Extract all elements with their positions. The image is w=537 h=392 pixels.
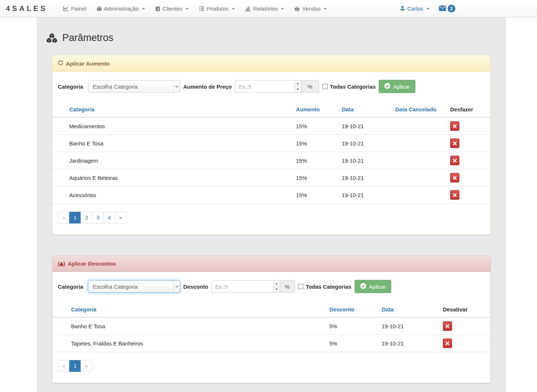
- navbar-right: Carlos 2: [400, 0, 455, 17]
- cell-aumento: 15%: [296, 186, 342, 204]
- nav-item-relatorios[interactable]: Relatórios: [240, 0, 289, 17]
- pagination-page-4[interactable]: 4: [104, 212, 115, 223]
- chevron-down-icon: [173, 81, 180, 92]
- x-icon: [453, 141, 457, 145]
- col-header-desativar: Desativar: [443, 301, 490, 317]
- chevron-down-icon: [173, 281, 180, 292]
- pagination-page-1[interactable]: 1: [70, 360, 81, 372]
- aumento-panel-heading: Aplicar Aumento: [52, 55, 490, 72]
- envelope-icon: [439, 5, 446, 12]
- check-circle-icon: [360, 283, 366, 290]
- pagination-prev[interactable]: «: [58, 212, 70, 223]
- col-header-categoria[interactable]: Categoria: [52, 101, 296, 117]
- basket-icon: [294, 6, 300, 11]
- desfazer-button[interactable]: [450, 156, 459, 165]
- col-header-data[interactable]: Data: [342, 101, 395, 117]
- desfazer-button[interactable]: [450, 190, 459, 200]
- todas-categorias-label[interactable]: Todas Categorias: [306, 284, 352, 290]
- aumento-table: Categoria Aumento Data Data Cancelado De…: [52, 101, 490, 204]
- cell-data-cancelado: [395, 152, 450, 169]
- categoria-label: Categoria: [58, 284, 83, 290]
- pagination-page-2[interactable]: 2: [81, 212, 92, 223]
- chart-line-icon: [63, 6, 69, 11]
- nav-label: Relatórios: [253, 5, 278, 12]
- cell-desconto: 5%: [329, 335, 382, 352]
- pagination-page-1[interactable]: 1: [70, 212, 81, 223]
- cell-categoria: Banho E Tosa: [52, 135, 296, 152]
- cell-categoria: Tapetes, Fraldas E Banheiros: [52, 335, 329, 352]
- spinner-down-button[interactable]: [274, 286, 280, 293]
- desativar-button[interactable]: [443, 321, 452, 331]
- table-header-row: Categoria Aumento Data Data Cancelado De…: [52, 101, 490, 117]
- number-spinner: [273, 281, 280, 292]
- spinner-down-button[interactable]: [295, 86, 301, 93]
- nav-label: Produtos: [207, 5, 229, 12]
- cell-data: 19-10-21: [342, 117, 395, 135]
- col-header-data-cancelado[interactable]: Data Cancelado: [395, 101, 450, 117]
- cell-aumento: 15%: [296, 135, 342, 152]
- aumento-panel: Aplicar Aumento Categoria Escolha Catego…: [52, 55, 491, 235]
- x-icon: [453, 193, 457, 197]
- nav-item-painel[interactable]: Painel: [58, 0, 92, 17]
- descontos-panel-heading: ( ) Aplicar Descontos: [52, 256, 490, 272]
- aplicar-label: Aplicar: [369, 284, 386, 290]
- nav-item-administracao[interactable]: Administração: [92, 0, 150, 17]
- messages-button[interactable]: 2: [439, 5, 455, 12]
- caret-down-icon: [281, 8, 284, 10]
- table-row: Medicamentos 15% 19-10-21: [52, 117, 490, 135]
- descontos-pagination: « 1 »: [58, 360, 92, 372]
- aplicar-desconto-button[interactable]: Aplicar: [355, 280, 391, 293]
- todas-categorias-checkbox[interactable]: [322, 84, 327, 89]
- todas-categorias-label[interactable]: Todas Categorias: [330, 84, 376, 90]
- descontos-panel-title: Aplicar Descontos: [68, 260, 116, 267]
- aumento-form: Categoria Escolha Categoria Aumento de P…: [52, 72, 490, 101]
- cell-data-cancelado: [395, 169, 450, 186]
- todas-categorias-checkbox[interactable]: [298, 284, 303, 289]
- categoria-select[interactable]: Escolha Categoria: [88, 280, 180, 293]
- desconto-label: Desconto: [183, 284, 208, 290]
- nav-item-clientes[interactable]: Clientes: [150, 0, 194, 17]
- cell-desconto: 5%: [329, 317, 382, 335]
- user-menu[interactable]: Carlos: [400, 5, 429, 12]
- main-nav: Painel Administração Clientes Produtos: [58, 0, 332, 17]
- cell-data-cancelado: [395, 186, 450, 204]
- pagination-next[interactable]: »: [115, 212, 126, 223]
- desfazer-button[interactable]: [450, 173, 459, 182]
- bar-chart-icon: [245, 6, 251, 11]
- spinner-up-button[interactable]: [295, 81, 301, 86]
- aumento-input[interactable]: [235, 81, 295, 92]
- table-row: Tapetes, Fraldas E Banheiros 5% 19-10-21: [52, 335, 490, 352]
- x-icon: [453, 176, 457, 180]
- aumento-input-group: %: [235, 80, 319, 93]
- nav-item-produtos[interactable]: Produtos: [194, 0, 240, 17]
- flame-parens-icon: ( ): [58, 260, 65, 267]
- pagination-page-3[interactable]: 3: [92, 212, 104, 223]
- desfazer-button[interactable]: [450, 121, 459, 131]
- brand-logo[interactable]: 4SALES: [6, 4, 48, 13]
- col-header-data[interactable]: Data: [382, 301, 443, 317]
- desconto-input[interactable]: [212, 281, 273, 292]
- col-header-desconto[interactable]: Desconto: [329, 301, 382, 317]
- table-row: Acessórios 15% 19-10-21: [52, 186, 490, 204]
- nav-item-vendas[interactable]: Vendas: [289, 0, 332, 17]
- desfazer-button[interactable]: [450, 138, 459, 148]
- aplicar-aumento-button[interactable]: Aplicar: [379, 80, 415, 93]
- col-header-aumento[interactable]: Aumento: [296, 101, 342, 117]
- caret-down-icon: [426, 8, 429, 10]
- cell-categoria: Jardinagem: [52, 152, 296, 169]
- pagination-next[interactable]: »: [81, 360, 92, 372]
- aumento-preco-label: Aumento de Preço: [183, 84, 232, 90]
- categoria-label: Categoria: [58, 84, 83, 90]
- col-header-categoria[interactable]: Categoria: [52, 301, 329, 317]
- cell-data-cancelado: [395, 117, 450, 135]
- descontos-panel: ( ) Aplicar Descontos Categoria Escolha …: [52, 255, 491, 383]
- pagination-prev[interactable]: «: [58, 360, 70, 372]
- categoria-select[interactable]: Escolha Categoria: [88, 80, 180, 93]
- content-area: Parâmetros Aplicar Aumento Categoria Esc…: [37, 18, 506, 392]
- categoria-select-value: Escolha Categoria: [93, 84, 138, 90]
- desativar-button[interactable]: [443, 339, 452, 348]
- nav-label: Administração: [104, 5, 139, 12]
- cell-categoria: Acessórios: [52, 186, 296, 204]
- spinner-up-button[interactable]: [274, 281, 280, 286]
- aumento-panel-title: Aplicar Aumento: [66, 60, 110, 67]
